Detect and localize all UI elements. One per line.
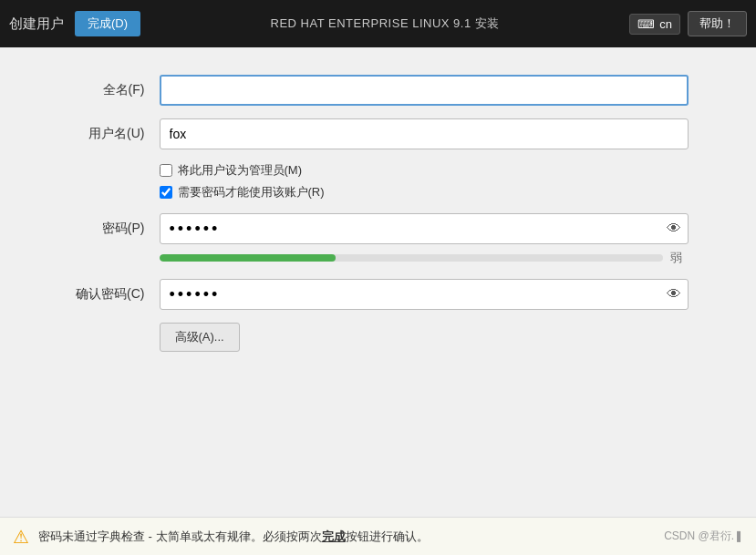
form-area: 全名(F) 用户名(U) 将此用户设为管理员(M) 需要密码才能使用该账户(R)… xyxy=(68,75,689,352)
language-selector[interactable]: ⌨ cn xyxy=(629,14,680,35)
password-row: 密码(P) 👁 xyxy=(68,213,689,244)
fullname-label: 全名(F) xyxy=(68,82,160,98)
fullname-input[interactable] xyxy=(160,75,689,106)
lang-label: cn xyxy=(659,17,672,31)
strength-row: 弱 xyxy=(160,250,689,266)
footer-credit: CSDN @君衍.❚ xyxy=(664,529,743,544)
strength-label: 弱 xyxy=(670,250,689,266)
confirm-password-label: 确认密码(C) xyxy=(68,286,160,303)
footer-warning: ⚠ 密码未通过字典检查 - 太简单或太有规律。必须按两次完成按钮进行确认。 xyxy=(13,526,429,548)
done-button[interactable]: 完成(D) xyxy=(75,11,140,36)
header-subtitle: RED HAT ENTERPRISE LINUX 9.1 安装 xyxy=(271,15,500,32)
password-required-label[interactable]: 需要密码才能使用该账户(R) xyxy=(178,184,325,200)
confirm-password-eye-icon[interactable]: 👁 xyxy=(667,286,681,303)
help-button[interactable]: 帮助！ xyxy=(688,11,747,36)
strength-bar-fill xyxy=(160,254,336,262)
password-label: 密码(P) xyxy=(68,221,160,237)
username-row: 用户名(U) xyxy=(68,118,689,149)
header-bar: 创建用户 完成(D) RED HAT ENTERPRISE LINUX 9.1 … xyxy=(0,0,756,47)
password-eye-icon[interactable]: 👁 xyxy=(667,221,681,237)
password-input[interactable] xyxy=(160,213,689,244)
main-content: 全名(F) 用户名(U) 将此用户设为管理员(M) 需要密码才能使用该账户(R)… xyxy=(0,47,756,517)
fullname-row: 全名(F) xyxy=(68,75,689,106)
password-wrapper: 👁 xyxy=(160,213,689,244)
warning-text-after: 按钮进行确认。 xyxy=(346,529,429,543)
admin-checkbox-row: 将此用户设为管理员(M) xyxy=(160,162,689,179)
header-left: 创建用户 完成(D) xyxy=(9,11,140,36)
keyboard-icon: ⌨ xyxy=(637,17,655,31)
warning-icon: ⚠ xyxy=(13,526,29,548)
footer: ⚠ 密码未通过字典检查 - 太简单或太有规律。必须按两次完成按钮进行确认。 CS… xyxy=(0,517,756,555)
password-required-checkbox[interactable] xyxy=(160,186,172,199)
confirm-password-row: 确认密码(C) 👁 xyxy=(68,279,689,310)
advanced-row: 高级(A)... xyxy=(68,319,689,352)
warning-text-before: 密码未通过字典检查 - 太简单或太有规律。必须按两次 xyxy=(38,529,322,543)
footer-warning-text: 密码未通过字典检查 - 太简单或太有规律。必须按两次完成按钮进行确认。 xyxy=(38,529,429,545)
header-center: RED HAT ENTERPRISE LINUX 9.1 安装 xyxy=(271,15,500,32)
username-input[interactable] xyxy=(160,118,689,149)
header-right: ⌨ cn 帮助！ xyxy=(629,11,747,36)
admin-checkbox[interactable] xyxy=(160,164,172,177)
username-label: 用户名(U) xyxy=(68,126,160,142)
strength-bar-container xyxy=(160,254,663,262)
password-required-checkbox-row: 需要密码才能使用该账户(R) xyxy=(160,184,689,200)
warning-highlight: 完成 xyxy=(322,529,346,543)
confirm-password-wrapper: 👁 xyxy=(160,279,689,310)
admin-checkbox-label[interactable]: 将此用户设为管理员(M) xyxy=(178,162,303,179)
checkbox-area: 将此用户设为管理员(M) 需要密码才能使用该账户(R) xyxy=(160,162,689,200)
page-title: 创建用户 xyxy=(9,15,64,33)
advanced-button[interactable]: 高级(A)... xyxy=(160,323,240,352)
confirm-password-input[interactable] xyxy=(160,279,689,310)
